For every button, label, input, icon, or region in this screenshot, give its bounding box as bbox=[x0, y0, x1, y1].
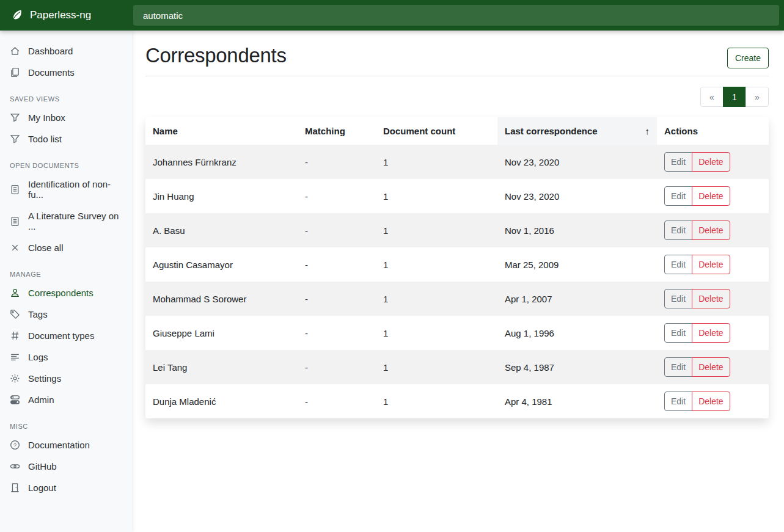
sidebar-item-correspondents[interactable]: Correspondents bbox=[0, 282, 132, 304]
edit-button[interactable]: Edit bbox=[664, 392, 692, 411]
sidebar-item-document-types[interactable]: Document types bbox=[0, 325, 132, 346]
column-header-actions: Actions bbox=[657, 117, 769, 145]
sidebar: Dashboard Documents SAVED VIEWS My Inbox… bbox=[0, 31, 132, 532]
sidebar-item-admin[interactable]: Admin bbox=[0, 389, 132, 410]
last-correspondence-value: Apr 4, 1981 bbox=[497, 384, 657, 418]
delete-button[interactable]: Delete bbox=[692, 323, 730, 343]
delete-button[interactable]: Delete bbox=[692, 152, 730, 172]
column-header-last-correspondence[interactable]: Last correspondence ↑ bbox=[497, 117, 657, 145]
correspondent-name: Mohammad S Sorower bbox=[145, 282, 298, 316]
sidebar-item-label: Logout bbox=[28, 483, 56, 493]
pagination-prev-button[interactable]: « bbox=[700, 87, 724, 107]
correspondent-name: A. Basu bbox=[145, 213, 298, 247]
question-icon: ? bbox=[10, 440, 20, 450]
sidebar-item-label: Identification of non-fu... bbox=[28, 179, 122, 200]
sidebar-item-label: Documents bbox=[28, 67, 75, 78]
sidebar-item-settings[interactable]: Settings bbox=[0, 368, 132, 389]
sidebar-item-label: My Inbox bbox=[28, 112, 65, 123]
delete-button[interactable]: Delete bbox=[692, 289, 730, 308]
document-count-value: 1 bbox=[376, 384, 497, 418]
sidebar-item-dashboard[interactable]: Dashboard bbox=[0, 40, 132, 62]
main-content: Correspondents Create « 1 » Name Matchin… bbox=[132, 31, 784, 532]
pagination-page-1[interactable]: 1 bbox=[723, 87, 746, 107]
edit-button[interactable]: Edit bbox=[664, 152, 692, 172]
app-brand[interactable]: Paperless-ng bbox=[0, 9, 132, 22]
edit-button[interactable]: Edit bbox=[664, 186, 692, 206]
sidebar-item-todo-list[interactable]: Todo list bbox=[0, 128, 132, 150]
column-header-name[interactable]: Name bbox=[145, 117, 298, 145]
delete-button[interactable]: Delete bbox=[692, 186, 730, 206]
delete-button[interactable]: Delete bbox=[692, 357, 730, 377]
sidebar-item-tags[interactable]: Tags bbox=[0, 304, 132, 325]
edit-button[interactable]: Edit bbox=[664, 357, 692, 377]
matching-value: - bbox=[298, 145, 376, 179]
link-icon bbox=[10, 461, 20, 472]
matching-value: - bbox=[298, 384, 376, 418]
sidebar-item-label: Todo list bbox=[28, 134, 62, 144]
edit-button[interactable]: Edit bbox=[664, 255, 692, 274]
sidebar-item-label: Close all bbox=[28, 242, 64, 253]
sidebar-item-label: Settings bbox=[28, 373, 61, 384]
sidebar-section-title: OPEN DOCUMENTS bbox=[10, 162, 122, 169]
document-count-value: 1 bbox=[376, 247, 497, 282]
document-count-value: 1 bbox=[376, 350, 497, 384]
toggles-icon bbox=[10, 395, 20, 405]
sidebar-item-label: Documentation bbox=[28, 440, 90, 450]
last-correspondence-value: Apr 1, 2007 bbox=[497, 282, 657, 316]
sidebar-item-open-document-2[interactable]: A Literature Survey on ... bbox=[0, 205, 132, 237]
sidebar-item-logs[interactable]: Logs bbox=[0, 346, 132, 368]
sidebar-item-documentation[interactable]: ? Documentation bbox=[0, 434, 132, 456]
lines-icon bbox=[10, 352, 20, 362]
sidebar-item-logout[interactable]: Logout bbox=[0, 477, 132, 498]
column-header-matching[interactable]: Matching bbox=[298, 117, 376, 145]
last-correspondence-value: Mar 25, 2009 bbox=[497, 247, 657, 282]
matching-value: - bbox=[298, 247, 376, 282]
last-correspondence-value: Aug 1, 1996 bbox=[497, 316, 657, 350]
correspondents-table: Name Matching Document count Last corres… bbox=[145, 117, 769, 418]
file-text-icon bbox=[10, 184, 20, 195]
sidebar-item-label: Admin bbox=[28, 395, 54, 405]
table-row: A. Basu - 1 Nov 1, 2016 EditDelete bbox=[145, 213, 769, 247]
delete-button[interactable]: Delete bbox=[692, 392, 730, 411]
create-button[interactable]: Create bbox=[727, 48, 769, 68]
tag-icon bbox=[10, 309, 20, 319]
sidebar-item-label: Correspondents bbox=[28, 288, 93, 298]
document-count-value: 1 bbox=[376, 179, 497, 213]
edit-button[interactable]: Edit bbox=[664, 289, 692, 308]
sidebar-item-label: Tags bbox=[28, 309, 48, 319]
edit-button[interactable]: Edit bbox=[664, 220, 692, 240]
sidebar-item-close-all[interactable]: Close all bbox=[0, 237, 132, 258]
correspondent-name: Dunja Mladenić bbox=[145, 384, 298, 418]
correspondent-name: Jin Huang bbox=[145, 179, 298, 213]
edit-button[interactable]: Edit bbox=[664, 323, 692, 343]
matching-value: - bbox=[298, 282, 376, 316]
sidebar-item-my-inbox[interactable]: My Inbox bbox=[0, 107, 132, 128]
table-row: Dunja Mladenić - 1 Apr 4, 1981 EditDelet… bbox=[145, 384, 769, 418]
table-row: Lei Tang - 1 Sep 4, 1987 EditDelete bbox=[145, 350, 769, 384]
delete-button[interactable]: Delete bbox=[692, 220, 730, 240]
sidebar-item-documents[interactable]: Documents bbox=[0, 62, 132, 83]
sidebar-item-open-document-1[interactable]: Identification of non-fu... bbox=[0, 173, 132, 205]
sidebar-section-title: MANAGE bbox=[10, 271, 122, 278]
files-icon bbox=[10, 67, 20, 78]
pagination-next-button[interactable]: » bbox=[746, 87, 769, 107]
table-row: Mohammad S Sorower - 1 Apr 1, 2007 EditD… bbox=[145, 282, 769, 316]
person-icon bbox=[10, 288, 20, 298]
sidebar-section-title: MISC bbox=[10, 423, 122, 430]
document-count-value: 1 bbox=[376, 145, 497, 179]
matching-value: - bbox=[298, 316, 376, 350]
sidebar-item-github[interactable]: GitHub bbox=[0, 456, 132, 477]
house-icon bbox=[10, 46, 20, 56]
delete-button[interactable]: Delete bbox=[692, 255, 730, 274]
column-header-document-count[interactable]: Document count bbox=[376, 117, 497, 145]
document-count-value: 1 bbox=[376, 316, 497, 350]
last-correspondence-value: Nov 23, 2020 bbox=[497, 179, 657, 213]
sidebar-section-title: SAVED VIEWS bbox=[10, 95, 122, 103]
search-input[interactable] bbox=[133, 5, 779, 26]
document-count-value: 1 bbox=[376, 282, 497, 316]
correspondent-name: Agustin Casamayor bbox=[145, 247, 298, 282]
svg-text:?: ? bbox=[13, 442, 16, 448]
pagination: « 1 » bbox=[145, 87, 769, 107]
sidebar-item-label: Logs bbox=[28, 352, 48, 362]
door-icon bbox=[10, 483, 20, 493]
